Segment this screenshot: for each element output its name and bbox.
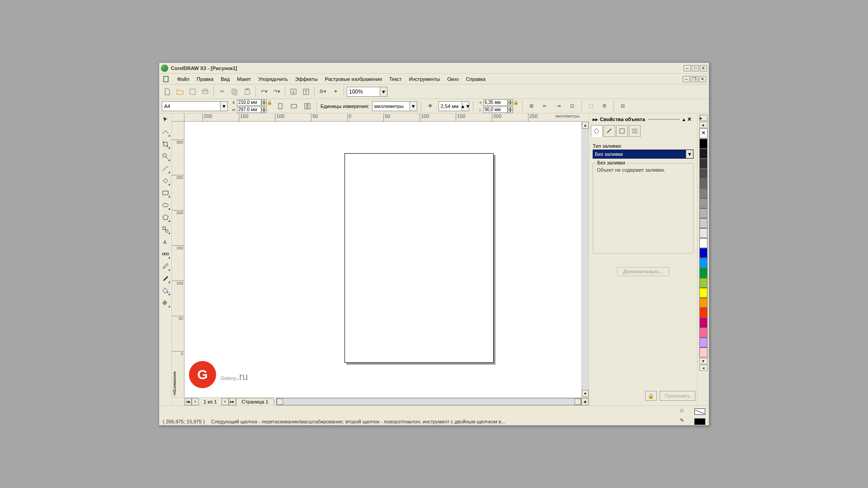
pick-tool-icon[interactable] [160,114,171,125]
undo-icon[interactable]: ↶▾ [259,86,269,97]
dropdown-icon[interactable]: ▼ [221,101,228,111]
no-fill-swatch[interactable] [699,128,708,138]
palette-scroll-down-icon[interactable]: ▼ [699,358,708,364]
color-swatch[interactable] [699,139,708,149]
close-button[interactable]: ✕ [700,65,707,71]
mdi-minimize-button[interactable]: ─ [683,76,690,82]
text-tool-icon[interactable]: A [160,236,171,247]
outline-tab-icon[interactable] [604,125,615,137]
color-swatch[interactable] [699,248,708,258]
add-page-before-icon[interactable]: + [192,398,199,405]
spin-down-icon[interactable]: ▼ [261,103,267,106]
welcome-icon[interactable]: ✦ [330,86,341,97]
zoom-dropdown-icon[interactable]: ▼ [380,87,387,97]
first-page-icon[interactable]: ⏮ [184,398,192,405]
add-page-after-icon[interactable]: + [222,398,229,405]
color-swatch[interactable] [699,198,708,208]
mdi-restore-button[interactable]: ❐ [691,76,698,82]
menu-view[interactable]: Вид [217,75,233,83]
paste-icon[interactable] [242,86,253,97]
color-swatch[interactable] [699,278,708,288]
ellipse-tool-icon[interactable] [160,200,171,211]
cut-icon[interactable]: ✂ [217,86,227,97]
color-swatch[interactable] [699,218,708,228]
menu-help[interactable]: Справка [462,75,489,83]
menu-tools[interactable]: Инструменты [406,75,444,83]
lock-icon[interactable]: 🔒 [645,391,657,401]
fill-none-swatch[interactable] [694,408,705,415]
advanced-button[interactable]: Дополнительно... [617,267,669,276]
shape-tool-icon[interactable] [160,127,171,137]
color-swatch[interactable] [699,318,708,328]
color-swatch[interactable] [699,169,708,178]
interactive-blend-tool-icon[interactable] [160,249,171,259]
page-height-input[interactable] [237,107,261,113]
ruler-origin[interactable] [172,113,184,122]
units-combo[interactable]: ▼ [372,101,417,111]
zoom-input[interactable] [347,87,380,97]
fill-type-combo[interactable]: ▼ [593,150,693,159]
zoom-tool-icon[interactable] [160,151,171,162]
apply-button[interactable]: Применить [660,391,695,401]
color-swatch[interactable] [699,308,708,318]
color-swatch[interactable] [699,188,708,198]
import-icon[interactable] [288,86,299,97]
color-swatch[interactable] [699,149,708,159]
dup-y-input[interactable] [483,107,508,113]
color-swatch[interactable] [699,288,708,298]
portrait-icon[interactable] [275,101,286,112]
palette-menu-icon[interactable]: ▸ [699,115,708,121]
basic-shapes-tool-icon[interactable] [160,224,171,235]
lock-icon[interactable]: 🔒 [267,100,272,105]
lock-icon[interactable]: 🔒 [513,100,519,105]
menu-text[interactable]: Текст [386,75,406,83]
paper-size-combo[interactable]: ▼ [162,101,228,111]
menu-layout[interactable]: Макет [233,75,255,83]
units-input[interactable] [372,101,410,111]
menu-arrange[interactable]: Упорядочить [255,75,291,83]
color-swatch[interactable] [699,159,708,169]
app-menu-icon[interactable] [162,75,171,84]
app-launcher-icon[interactable]: ⚙▾ [317,86,328,97]
spin-up-icon[interactable]: ▲ [261,107,267,110]
zoom-combo[interactable]: ▼ [347,87,387,97]
dup-x-input[interactable] [483,99,508,106]
eyedropper-tool-icon[interactable] [160,261,171,272]
page-layout-icon[interactable] [302,101,313,112]
paper-size-input[interactable] [162,101,221,111]
crop-tool-icon[interactable] [160,139,171,150]
vertical-ruler[interactable]: 300 250 200 150 100 50 0 миллиметры [172,122,184,397]
menu-file[interactable]: Файл [174,75,193,83]
navigator-icon[interactable]: ◈ [581,398,589,405]
palette-expand-icon[interactable]: ◂ [699,365,708,371]
snap-object-icon[interactable]: ⇥ [553,101,564,112]
dropdown-icon[interactable]: ▼ [686,150,693,158]
color-swatch[interactable] [699,178,708,188]
scroll-down-icon[interactable]: ▼ [582,390,589,397]
color-swatch[interactable] [699,208,708,218]
general-tab-icon[interactable] [616,125,628,137]
page-tab[interactable]: Страница 1 [236,398,274,405]
color-swatch[interactable] [699,328,708,338]
color-swatch[interactable] [699,268,708,278]
rectangle-tool-icon[interactable] [160,188,171,198]
smart-fill-tool-icon[interactable] [160,175,171,186]
fill-type-input[interactable] [593,150,686,158]
save-icon[interactable] [187,86,198,97]
open-icon[interactable] [175,86,185,97]
page-width-input[interactable] [237,99,261,106]
options-icon[interactable]: ⚙ [599,101,610,112]
print-icon[interactable] [200,86,211,97]
polygon-tool-icon[interactable] [160,212,171,223]
snap-toggle-icon[interactable]: ⊟ [618,101,628,112]
spin-up-icon[interactable]: ▲ [261,99,267,103]
dynamic-guides-icon[interactable]: ⊡ [567,101,578,112]
color-swatch[interactable] [699,258,708,268]
nudge-input[interactable] [439,101,462,111]
redo-icon[interactable]: ↷▾ [271,86,282,97]
menu-edit[interactable]: Правка [193,75,217,83]
dropdown-icon[interactable]: ▼ [410,101,417,111]
minimize-button[interactable]: ─ [684,65,691,71]
docker-expand-icon[interactable]: ▸▸ [593,117,598,122]
mdi-close-button[interactable]: ✕ [699,76,706,82]
